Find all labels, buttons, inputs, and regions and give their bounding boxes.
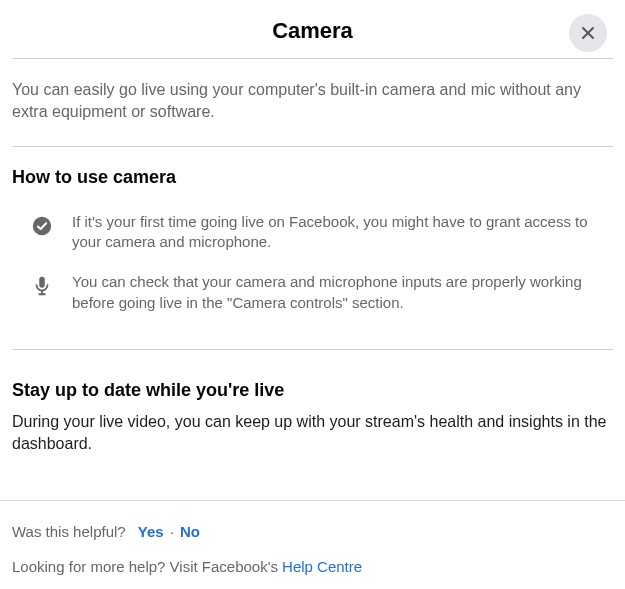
modal-footer: Was this helpful? Yes · No Looking for m…	[0, 500, 625, 589]
svg-rect-3	[39, 277, 45, 288]
helpful-yes-link[interactable]: Yes	[138, 523, 164, 540]
more-help-row: Looking for more help? Visit Facebook's …	[12, 558, 613, 575]
modal-header: Camera	[0, 0, 625, 58]
list-item: You can check that your camera and micro…	[12, 262, 613, 323]
tip-text: You can check that your camera and micro…	[72, 272, 605, 313]
tip-text: If it's your first time going live on Fa…	[72, 212, 605, 253]
checkmark-circle-icon	[30, 214, 54, 238]
close-button[interactable]	[569, 14, 607, 52]
tip-list: If it's your first time going live on Fa…	[12, 202, 613, 349]
help-centre-link[interactable]: Help Centre	[282, 558, 362, 575]
more-help-text: Looking for more help? Visit Facebook's	[12, 558, 278, 575]
separator-dot: ·	[168, 523, 176, 540]
list-item: If it's your first time going live on Fa…	[12, 202, 613, 263]
modal-content: You can easily go live using your comput…	[0, 58, 625, 500]
svg-point-2	[33, 217, 51, 235]
intro-text: You can easily go live using your comput…	[12, 59, 613, 146]
section-stay-up-to-date-title: Stay up to date while you're live	[12, 350, 613, 411]
helpful-no-link[interactable]: No	[180, 523, 200, 540]
microphone-icon	[30, 274, 54, 298]
helpful-row: Was this helpful? Yes · No	[12, 523, 613, 540]
helpful-prompt: Was this helpful?	[12, 523, 126, 540]
section-how-to-use-title: How to use camera	[12, 147, 613, 202]
close-icon	[578, 23, 598, 43]
modal-title: Camera	[12, 18, 613, 44]
section-stay-up-to-date-body: During your live video, you can keep up …	[12, 411, 613, 476]
camera-help-modal: Camera You can easily go live using your…	[0, 0, 625, 589]
